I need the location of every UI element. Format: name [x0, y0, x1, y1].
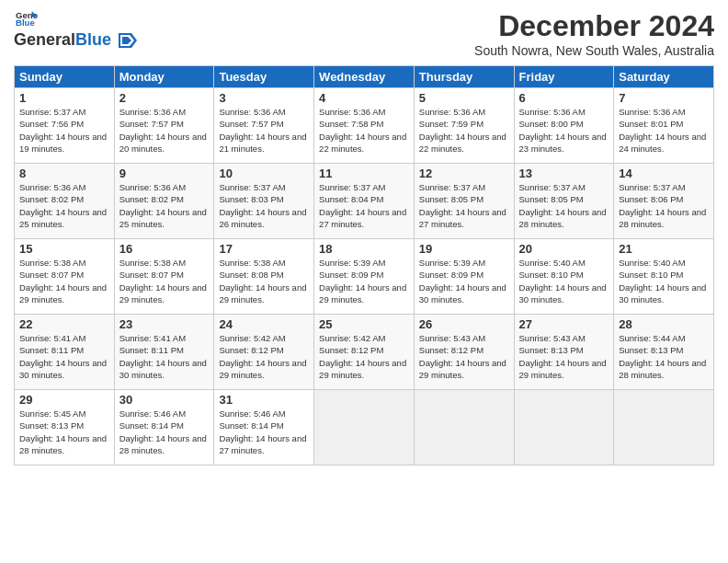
day-number: 29 [19, 393, 109, 407]
table-row: 9Sunrise: 5:36 AMSunset: 8:02 PMDaylight… [114, 164, 214, 239]
day-number: 10 [219, 167, 309, 180]
day-number: 8 [19, 167, 109, 180]
day-info: Sunrise: 5:38 AMSunset: 8:07 PMDaylight:… [19, 257, 109, 305]
day-info: Sunrise: 5:41 AMSunset: 8:11 PMDaylight:… [19, 332, 109, 381]
day-info: Sunrise: 5:43 AMSunset: 8:13 PMDaylight:… [519, 332, 609, 381]
table-row: 24Sunrise: 5:42 AMSunset: 8:12 PMDayligh… [214, 315, 314, 390]
day-number: 24 [219, 317, 309, 331]
day-info: Sunrise: 5:40 AMSunset: 8:10 PMDaylight:… [619, 257, 709, 305]
day-info: Sunrise: 5:46 AMSunset: 8:14 PMDaylight:… [119, 408, 210, 456]
calendar-subtitle: South Nowra, New South Wales, Australia [474, 43, 714, 58]
day-info: Sunrise: 5:40 AMSunset: 8:10 PMDaylight:… [519, 257, 609, 305]
day-number: 22 [19, 317, 109, 331]
table-row: 5Sunrise: 5:36 AMSunset: 7:59 PMDaylight… [414, 88, 514, 164]
table-row: 11Sunrise: 5:37 AMSunset: 8:04 PMDayligh… [314, 164, 415, 239]
table-row: 14Sunrise: 5:37 AMSunset: 8:06 PMDayligh… [614, 164, 714, 239]
day-info: Sunrise: 5:37 AMSunset: 8:06 PMDaylight:… [619, 181, 709, 230]
day-number: 15 [19, 242, 109, 256]
table-row: 6Sunrise: 5:36 AMSunset: 8:00 PMDaylight… [514, 88, 614, 164]
table-row: 26Sunrise: 5:43 AMSunset: 8:12 PMDayligh… [414, 315, 514, 390]
day-number: 28 [619, 317, 709, 331]
day-info: Sunrise: 5:36 AMSunset: 8:01 PMDaylight:… [619, 106, 709, 155]
day-info: Sunrise: 5:39 AMSunset: 8:09 PMDaylight:… [419, 257, 509, 305]
day-info: Sunrise: 5:37 AMSunset: 7:56 PMDaylight:… [19, 106, 109, 155]
col-monday: Monday [114, 66, 214, 88]
table-row: 19Sunrise: 5:39 AMSunset: 8:09 PMDayligh… [414, 239, 514, 315]
table-row [414, 390, 514, 465]
col-friday: Friday [514, 66, 614, 88]
table-row: 18Sunrise: 5:39 AMSunset: 8:09 PMDayligh… [314, 239, 415, 315]
calendar-week-row: 29Sunrise: 5:45 AMSunset: 8:13 PMDayligh… [15, 390, 714, 465]
day-number: 17 [219, 242, 309, 256]
day-info: Sunrise: 5:43 AMSunset: 8:12 PMDaylight:… [419, 332, 509, 381]
day-info: Sunrise: 5:36 AMSunset: 7:57 PMDaylight:… [219, 106, 309, 155]
calendar-title: December 2024 [474, 9, 714, 43]
day-info: Sunrise: 5:36 AMSunset: 8:02 PMDaylight:… [119, 181, 210, 230]
col-sunday: Sunday [15, 66, 115, 88]
table-row: 22Sunrise: 5:41 AMSunset: 8:11 PMDayligh… [15, 315, 115, 390]
day-info: Sunrise: 5:38 AMSunset: 8:07 PMDaylight:… [119, 257, 210, 305]
day-number: 12 [419, 167, 509, 180]
day-info: Sunrise: 5:45 AMSunset: 8:13 PMDaylight:… [19, 408, 109, 456]
table-row [314, 390, 415, 465]
day-info: Sunrise: 5:37 AMSunset: 8:03 PMDaylight:… [219, 181, 309, 230]
day-info: Sunrise: 5:46 AMSunset: 8:14 PMDaylight:… [219, 408, 309, 456]
calendar-table: Sunday Monday Tuesday Wednesday Thursday… [14, 65, 714, 465]
table-row: 16Sunrise: 5:38 AMSunset: 8:07 PMDayligh… [114, 239, 214, 315]
day-info: Sunrise: 5:36 AMSunset: 8:00 PMDaylight:… [519, 106, 609, 155]
table-row: 29Sunrise: 5:45 AMSunset: 8:13 PMDayligh… [15, 390, 115, 465]
day-info: Sunrise: 5:36 AMSunset: 7:57 PMDaylight:… [119, 106, 210, 155]
day-info: Sunrise: 5:39 AMSunset: 8:09 PMDaylight:… [319, 257, 409, 305]
day-number: 7 [619, 91, 709, 105]
table-row: 27Sunrise: 5:43 AMSunset: 8:13 PMDayligh… [514, 315, 614, 390]
day-info: Sunrise: 5:44 AMSunset: 8:13 PMDaylight:… [619, 332, 709, 381]
day-number: 19 [419, 242, 509, 256]
table-row: 17Sunrise: 5:38 AMSunset: 8:08 PMDayligh… [214, 239, 314, 315]
table-row: 25Sunrise: 5:42 AMSunset: 8:12 PMDayligh… [314, 315, 415, 390]
page: General Blue GeneralBlue December 2024 S… [0, 0, 728, 563]
table-row: 4Sunrise: 5:36 AMSunset: 7:58 PMDaylight… [314, 88, 415, 164]
col-wednesday: Wednesday [314, 66, 415, 88]
day-number: 31 [219, 393, 309, 407]
day-number: 2 [119, 91, 210, 105]
day-number: 9 [119, 167, 210, 180]
table-row: 21Sunrise: 5:40 AMSunset: 8:10 PMDayligh… [614, 239, 714, 315]
col-saturday: Saturday [614, 66, 714, 88]
day-info: Sunrise: 5:37 AMSunset: 8:05 PMDaylight:… [419, 181, 509, 230]
calendar-week-row: 1Sunrise: 5:37 AMSunset: 7:56 PMDaylight… [15, 88, 714, 164]
day-number: 1 [19, 91, 109, 105]
svg-text:Blue: Blue [16, 17, 35, 28]
day-info: Sunrise: 5:37 AMSunset: 8:05 PMDaylight:… [519, 181, 609, 230]
table-row: 7Sunrise: 5:36 AMSunset: 8:01 PMDaylight… [614, 88, 714, 164]
day-number: 30 [119, 393, 210, 407]
table-row: 12Sunrise: 5:37 AMSunset: 8:05 PMDayligh… [414, 164, 514, 239]
day-number: 3 [219, 91, 309, 105]
logo-text: GeneralBlue [14, 31, 137, 50]
table-row: 20Sunrise: 5:40 AMSunset: 8:10 PMDayligh… [514, 239, 614, 315]
title-block: December 2024 South Nowra, New South Wal… [474, 9, 714, 58]
header: General Blue GeneralBlue December 2024 S… [14, 9, 714, 58]
calendar-week-row: 8Sunrise: 5:36 AMSunset: 8:02 PMDaylight… [15, 164, 714, 239]
table-row: 3Sunrise: 5:36 AMSunset: 7:57 PMDaylight… [214, 88, 314, 164]
day-number: 16 [119, 242, 210, 256]
table-row [514, 390, 614, 465]
table-row: 1Sunrise: 5:37 AMSunset: 7:56 PMDaylight… [15, 88, 115, 164]
day-number: 4 [319, 91, 409, 105]
logo-icon: General Blue [16, 9, 38, 28]
logo: General Blue GeneralBlue [14, 9, 137, 50]
day-number: 25 [319, 317, 409, 331]
day-info: Sunrise: 5:36 AMSunset: 8:02 PMDaylight:… [19, 181, 109, 230]
day-info: Sunrise: 5:42 AMSunset: 8:12 PMDaylight:… [319, 332, 409, 381]
day-number: 11 [319, 167, 409, 180]
calendar-header-row: Sunday Monday Tuesday Wednesday Thursday… [15, 66, 714, 88]
day-number: 13 [519, 167, 609, 180]
table-row: 31Sunrise: 5:46 AMSunset: 8:14 PMDayligh… [214, 390, 314, 465]
day-info: Sunrise: 5:36 AMSunset: 7:58 PMDaylight:… [319, 106, 409, 155]
col-tuesday: Tuesday [214, 66, 314, 88]
calendar-week-row: 15Sunrise: 5:38 AMSunset: 8:07 PMDayligh… [15, 239, 714, 315]
day-number: 20 [519, 242, 609, 256]
day-info: Sunrise: 5:42 AMSunset: 8:12 PMDaylight:… [219, 332, 309, 381]
table-row: 8Sunrise: 5:36 AMSunset: 8:02 PMDaylight… [15, 164, 115, 239]
day-number: 21 [619, 242, 709, 256]
day-info: Sunrise: 5:37 AMSunset: 8:04 PMDaylight:… [319, 181, 409, 230]
